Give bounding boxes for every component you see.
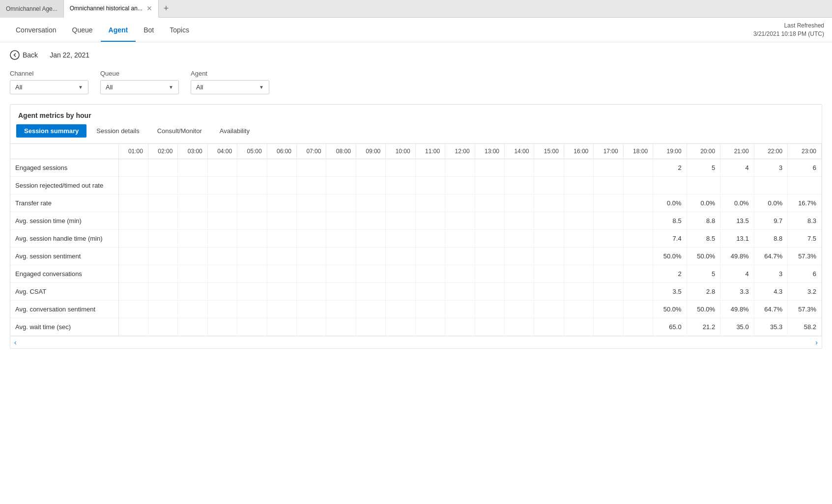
table-cell (475, 212, 504, 230)
table-cell (445, 318, 475, 336)
table-cell (326, 195, 356, 212)
table-cell (118, 265, 148, 283)
metrics-title: Agent metrics by hour (10, 105, 822, 124)
table-cell: 8.5 (687, 230, 720, 248)
row-label: Avg. CSAT (10, 283, 118, 301)
table-cell (326, 318, 356, 336)
table-cell (148, 195, 177, 212)
table-cell (148, 230, 177, 248)
nav-item-topics[interactable]: Topics (162, 18, 197, 42)
table-cell (564, 177, 593, 195)
table-cell (594, 318, 623, 336)
table-cell (356, 159, 385, 177)
filter-queue-select[interactable]: All ▼ (100, 80, 179, 94)
table-cell (297, 230, 326, 248)
table-cell: 50.0% (653, 248, 687, 265)
table-cell (118, 248, 148, 265)
table-cell: 3.2 (788, 283, 822, 301)
table-row: Transfer rate0.0%0.0%0.0%0.0%16.7% (10, 195, 822, 212)
table-header-hour: 13:00 (475, 144, 504, 159)
table-cell (594, 301, 623, 318)
table-cell (237, 212, 267, 230)
table-header-hour: 02:00 (148, 144, 177, 159)
table-cell (623, 195, 653, 212)
sub-tab-session-summary[interactable]: Session summary (16, 124, 86, 138)
metrics-table: 01:0002:0003:0004:0005:0006:0007:0008:00… (10, 144, 822, 336)
row-label: Engaged conversations (10, 265, 118, 283)
table-cell (178, 230, 207, 248)
table-cell (297, 177, 326, 195)
nav-item-conversation[interactable]: Conversation (8, 18, 64, 42)
row-label: Engaged sessions (10, 159, 118, 177)
sub-tab-session-details[interactable]: Session details (88, 124, 147, 138)
table-cell (297, 212, 326, 230)
table-header-hour: 04:00 (207, 144, 237, 159)
table-header-hour: 08:00 (326, 144, 356, 159)
table-cell (623, 159, 653, 177)
close-tab-button[interactable]: ✕ (146, 4, 152, 12)
table-header-hour: 23:00 (788, 144, 822, 159)
row-label: Avg. session sentiment (10, 248, 118, 265)
scroll-left-button[interactable]: ‹ (14, 338, 17, 346)
table-cell (623, 318, 653, 336)
table-cell (475, 265, 504, 283)
table-cell: 58.2 (788, 318, 822, 336)
table-cell (623, 248, 653, 265)
table-cell (237, 301, 267, 318)
back-button[interactable]: Back (10, 50, 38, 60)
table-cell: 2 (653, 159, 687, 177)
table-cell: 64.7% (754, 301, 788, 318)
table-cell (267, 248, 296, 265)
sub-tab-availability[interactable]: Availability (212, 124, 258, 138)
table-cell (356, 248, 385, 265)
table-cell (118, 318, 148, 336)
table-cell (415, 265, 445, 283)
filter-channel-select[interactable]: All ▼ (10, 80, 88, 94)
table-cell (237, 159, 267, 177)
table-cell (534, 301, 564, 318)
table-cell (207, 195, 237, 212)
filter-agent-select[interactable]: All ▼ (191, 80, 269, 94)
table-cell: 0.0% (754, 195, 788, 212)
nav-item-bot[interactable]: Bot (136, 18, 162, 42)
add-tab-button[interactable]: + (159, 1, 174, 16)
row-label: Avg. session time (min) (10, 212, 118, 230)
table-cell (118, 301, 148, 318)
table-cell: 8.8 (754, 230, 788, 248)
table-cell (445, 177, 475, 195)
table-cell: 6 (788, 159, 822, 177)
table-cell (178, 248, 207, 265)
scroll-right-button[interactable]: › (815, 338, 818, 346)
table-cell (475, 301, 504, 318)
table-header-hour: 12:00 (445, 144, 475, 159)
table-header-hour: 16:00 (564, 144, 593, 159)
table-row: Avg. CSAT3.52.83.34.33.2 (10, 283, 822, 301)
nav-item-agent[interactable]: Agent (101, 18, 136, 42)
table-cell: 2.8 (687, 283, 720, 301)
table-cell (386, 212, 415, 230)
table-cell (178, 195, 207, 212)
table-header-hour: 06:00 (267, 144, 296, 159)
table-cell: 8.8 (687, 212, 720, 230)
filter-queue: Queue All ▼ (100, 70, 179, 94)
table-cell (267, 318, 296, 336)
table-cell (415, 283, 445, 301)
svg-point-0 (10, 51, 19, 59)
table-cell (564, 265, 593, 283)
browser-tab-2[interactable]: Omnichannel historical an... ✕ (64, 0, 159, 18)
sub-tab-consult-monitor[interactable]: Consult/Monitor (149, 124, 210, 138)
table-cell (356, 301, 385, 318)
table-cell (594, 177, 623, 195)
table-cell: 7.4 (653, 230, 687, 248)
table-header-hour: 14:00 (504, 144, 534, 159)
table-cell: 7.5 (788, 230, 822, 248)
table-cell (148, 301, 177, 318)
table-cell (445, 265, 475, 283)
nav-item-queue[interactable]: Queue (64, 18, 101, 42)
table-cell (504, 248, 534, 265)
table-header-hour: 19:00 (653, 144, 687, 159)
row-label: Transfer rate (10, 195, 118, 212)
table-cell (445, 159, 475, 177)
table-cell: 16.7% (788, 195, 822, 212)
browser-tab-1[interactable]: Omnichannel Age... (0, 0, 64, 18)
